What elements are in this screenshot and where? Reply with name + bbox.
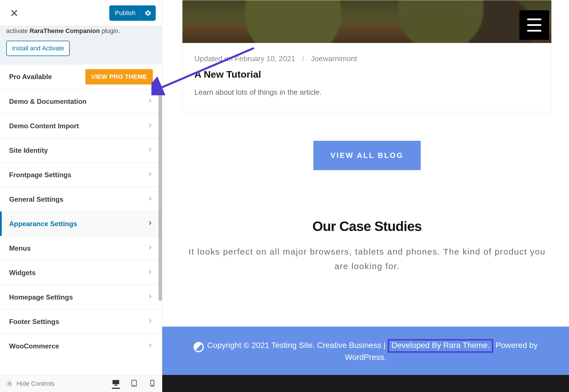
hamburger-bar <box>527 18 541 20</box>
close-customizer-button[interactable] <box>6 5 22 21</box>
panel-label: Frontpage Settings <box>9 171 71 179</box>
pro-available-label: Pro Available <box>9 73 52 81</box>
panel-label: Footer Settings <box>9 318 59 326</box>
panel-label: Site Identity <box>9 147 48 154</box>
card-description: Learn about lots of things in the articl… <box>194 88 539 97</box>
panel-menus[interactable]: Menus <box>0 236 162 260</box>
customizer-footer: Hide Controls <box>0 375 162 392</box>
hamburger-menu-button[interactable] <box>519 10 549 40</box>
panel-appearance-settings[interactable]: Appearance Settings <box>0 211 162 236</box>
chevron-right-icon <box>147 195 153 204</box>
device-mobile-button[interactable] <box>148 379 156 388</box>
close-icon <box>10 9 19 18</box>
chevron-right-icon <box>147 268 153 278</box>
footer-copyright: Copyright © 2021 Testing Site. Creative … <box>207 341 383 350</box>
card-updated-date: Updated on February 10, 2021 <box>194 54 295 63</box>
panel-demo-content-import[interactable]: Demo Content Import <box>0 114 162 138</box>
notice-plugin-name: RaraTheme Companion <box>30 27 100 34</box>
notice-suffix: plugin. <box>100 27 120 34</box>
svg-rect-2 <box>115 385 117 385</box>
panel-general-settings[interactable]: General Settings <box>0 187 162 211</box>
chevron-right-icon <box>147 219 153 229</box>
chevron-right-icon <box>147 292 153 302</box>
device-desktop-button[interactable] <box>112 379 120 389</box>
footer-developed-by[interactable]: Developed By Rara Theme. <box>388 339 493 353</box>
customizer-topbar: Publish <box>0 0 162 26</box>
panel-label: General Settings <box>9 195 63 203</box>
card-title: A New Tutorial <box>194 69 539 80</box>
panel-label: Demo & Documentation <box>9 98 87 106</box>
chevron-right-icon <box>147 170 153 180</box>
hide-controls-button[interactable]: Hide Controls <box>6 380 54 387</box>
chevron-right-icon <box>147 121 153 131</box>
card-meta: Updated on February 10, 2021 / Joewarnim… <box>194 54 539 63</box>
panel-label: Homepage Settings <box>9 293 73 301</box>
footer-pipe: | <box>383 341 388 350</box>
customizer-panel: Publish activate RaraTheme Companion plu… <box>0 0 162 392</box>
chevron-right-icon <box>147 341 153 351</box>
footer-powered-by-1: Powered by <box>496 341 538 350</box>
card-author: Joewarnimont <box>311 54 357 63</box>
plugin-notice: activate RaraTheme Companion plugin. Ins… <box>0 26 162 65</box>
panel-label: WooCommerce <box>9 342 59 350</box>
panel-widgets[interactable]: Widgets <box>0 260 162 285</box>
meta-separator: / <box>302 54 304 63</box>
panel-demo-documentation[interactable]: Demo & Documentation <box>0 89 162 114</box>
panel-footer-settings[interactable]: Footer Settings <box>0 309 162 334</box>
scrollbar[interactable] <box>159 93 162 301</box>
preview-bottom-bar <box>162 375 569 392</box>
view-pro-theme-button[interactable]: VIEW PRO THEME <box>85 69 153 84</box>
case-studies-section: Our Case Studies It looks perfect on all… <box>182 218 552 273</box>
publish-button[interactable]: Publish <box>109 5 140 21</box>
preview-pane: Updated on February 10, 2021 / Joewarnim… <box>162 0 569 375</box>
site-footer: Copyright © 2021 Testing Site. Creative … <box>162 327 569 375</box>
chevron-right-icon <box>147 244 153 253</box>
panel-label: Menus <box>9 244 31 252</box>
panel-frontpage-settings[interactable]: Frontpage Settings <box>0 162 162 187</box>
svg-rect-3 <box>114 385 118 386</box>
chevron-right-icon <box>147 97 153 106</box>
footer-badge-icon <box>194 342 204 352</box>
case-studies-subtitle: It looks perfect on all major browsers, … <box>182 244 552 273</box>
publish-settings-button[interactable] <box>140 5 156 21</box>
footer-powered-by-2: WordPress. <box>345 353 387 362</box>
view-all-blog-button[interactable]: VIEW ALL BLOG <box>313 141 421 170</box>
card-featured-image <box>182 0 551 43</box>
chevron-right-icon <box>147 317 153 327</box>
device-switcher <box>112 379 156 389</box>
blog-card[interactable]: Updated on February 10, 2021 / Joewarnim… <box>182 0 552 112</box>
hide-controls-label: Hide Controls <box>17 380 54 387</box>
gear-icon <box>145 10 151 16</box>
panel-label: Widgets <box>9 269 36 277</box>
panel-woocommerce[interactable]: WooCommerce <box>0 334 162 358</box>
chevron-right-icon <box>147 146 153 155</box>
panel-pro-available[interactable]: Pro Available VIEW PRO THEME <box>0 65 162 89</box>
customizer-panel-list: Pro Available VIEW PRO THEME Demo & Docu… <box>0 65 162 358</box>
panel-label: Demo Content Import <box>9 122 79 130</box>
notice-prefix: activate <box>6 27 30 34</box>
panel-homepage-settings[interactable]: Homepage Settings <box>0 285 162 309</box>
panel-label: Appearance Settings <box>9 220 77 228</box>
svg-point-5 <box>134 385 134 385</box>
collapse-icon <box>6 380 13 387</box>
svg-rect-1 <box>112 380 119 384</box>
case-studies-title: Our Case Studies <box>182 218 552 234</box>
hamburger-bar <box>527 30 541 32</box>
customizer-scroll-area: Pro Available VIEW PRO THEME Demo & Docu… <box>0 65 162 375</box>
hamburger-bar <box>527 24 541 26</box>
device-tablet-button[interactable] <box>130 379 138 388</box>
panel-site-identity[interactable]: Site Identity <box>0 138 162 162</box>
desktop-icon <box>112 379 120 387</box>
tablet-icon <box>130 379 138 387</box>
install-activate-button[interactable]: Install and Activate <box>6 41 70 56</box>
svg-point-7 <box>152 385 153 385</box>
mobile-icon <box>148 379 156 387</box>
